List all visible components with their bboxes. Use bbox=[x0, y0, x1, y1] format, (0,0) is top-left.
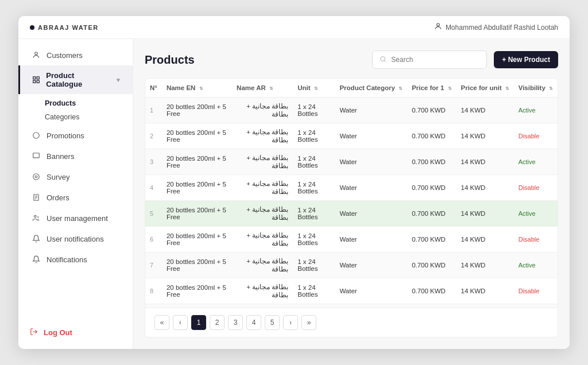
cell-no: 2 bbox=[145, 123, 162, 149]
sidebar-sub-products[interactable]: Products bbox=[45, 96, 133, 110]
sidebar-item-banners[interactable]: Banners bbox=[18, 146, 133, 166]
svg-rect-7 bbox=[33, 153, 40, 158]
cell-visibility: Active bbox=[514, 201, 558, 227]
table-row[interactable]: 1 20 bottles 200ml + 5 Free بطاقة مجانية… bbox=[145, 98, 558, 123]
pagination-page-4[interactable]: 4 bbox=[246, 315, 261, 330]
svg-rect-3 bbox=[37, 77, 39, 79]
promotions-icon bbox=[32, 131, 41, 140]
sidebar-item-promotions[interactable]: Promotions bbox=[18, 125, 133, 146]
sidebar-label-notifications: Notifications bbox=[47, 255, 87, 264]
table-row[interactable]: 5 20 bottles 200ml + 5 Free بطاقة مجانية… bbox=[145, 201, 558, 227]
col-name-en[interactable]: Name EN ⇅ bbox=[162, 79, 232, 98]
svg-rect-4 bbox=[33, 80, 35, 83]
cell-visibility: Active bbox=[514, 253, 558, 278]
col-unit[interactable]: Unit ⇅ bbox=[293, 79, 335, 98]
sidebar-label-promotions: Promotions bbox=[47, 131, 84, 140]
logout-label: Log Out bbox=[44, 328, 72, 337]
pagination-page-1[interactable]: 1 bbox=[191, 315, 206, 330]
svg-point-16 bbox=[381, 57, 385, 61]
user-icon bbox=[434, 22, 442, 32]
table-row[interactable]: 2 20 bottles 200ml + 5 Free بطاقة مجانية… bbox=[145, 123, 558, 149]
cell-no: 6 bbox=[145, 227, 162, 253]
cell-name-en: 20 bottles 200ml + 5 Free bbox=[162, 123, 232, 149]
cell-price1: 0.700 KWD bbox=[407, 149, 456, 175]
svg-point-1 bbox=[35, 52, 38, 55]
cell-no: 8 bbox=[145, 278, 162, 304]
col-price-for-unit[interactable]: Price for unit ⇅ bbox=[457, 79, 514, 98]
cell-price1: 0.700 KWD bbox=[407, 253, 456, 278]
cell-no: 4 bbox=[145, 175, 162, 201]
sidebar-label-survey: Survey bbox=[47, 173, 69, 181]
notifications-icon bbox=[32, 255, 41, 264]
sidebar-label-orders: Orders bbox=[47, 193, 69, 202]
products-table: N° Name EN ⇅ Name AR ⇅ Unit ⇅ Product Ca… bbox=[145, 79, 558, 308]
cell-name-en: 20 bottles 200ml + 5 Free bbox=[162, 253, 232, 278]
pagination-page-2[interactable]: 2 bbox=[210, 315, 225, 330]
sidebar-item-product-catalogue[interactable]: Product Catalogue ▼ bbox=[18, 65, 133, 94]
cell-name-en: 20 bottles 200ml + 5 Free bbox=[162, 227, 232, 253]
cell-category: Water bbox=[335, 253, 407, 278]
sidebar-item-customers[interactable]: Customers bbox=[18, 45, 133, 65]
cell-unit: 1 x 24 Bottles bbox=[293, 175, 335, 201]
logo-icon bbox=[30, 25, 34, 30]
pagination-page-3[interactable]: 3 bbox=[228, 315, 243, 330]
survey-icon bbox=[32, 172, 41, 181]
cell-category: Water bbox=[335, 98, 407, 123]
pagination-next[interactable]: › bbox=[283, 315, 298, 330]
col-name-ar[interactable]: Name AR ⇅ bbox=[232, 79, 293, 98]
pagination: « ‹ 1 2 3 4 5 › » bbox=[145, 308, 558, 337]
sidebar-label-user-notifications: User notifications bbox=[47, 235, 104, 243]
cell-category: Water bbox=[335, 201, 407, 227]
logo: ABRAAJ WATER bbox=[30, 24, 99, 31]
cell-name-en: 20 bottles 200ml + 5 Free bbox=[162, 98, 232, 123]
svg-line-17 bbox=[385, 60, 386, 61]
new-product-button[interactable]: + New Product bbox=[494, 51, 558, 68]
search-input[interactable] bbox=[391, 56, 479, 64]
table-scroll[interactable]: N° Name EN ⇅ Name AR ⇅ Unit ⇅ Product Ca… bbox=[145, 79, 558, 308]
cell-category: Water bbox=[335, 227, 407, 253]
col-product-category[interactable]: Product Category ⇅ bbox=[335, 79, 407, 98]
col-visibility[interactable]: Visibility ⇅ bbox=[514, 79, 558, 98]
sidebar-item-notifications[interactable]: Notifications bbox=[18, 249, 133, 270]
main-content: Products + New Product bbox=[133, 39, 570, 349]
table-row[interactable]: 3 20 bottles 200ml + 5 Free بطاقة مجانية… bbox=[145, 149, 558, 175]
sidebar-sub-categories[interactable]: Categories bbox=[45, 110, 133, 124]
sidebar-label-user-management: User management bbox=[47, 214, 108, 223]
pagination-prev[interactable]: ‹ bbox=[173, 315, 188, 330]
cell-visibility: Disable bbox=[514, 278, 558, 304]
search-box[interactable] bbox=[372, 51, 487, 69]
logout-button[interactable]: Log Out bbox=[18, 322, 133, 343]
cell-name-ar: بطاقة مجانية + بطاقة bbox=[232, 123, 293, 149]
cell-name-ar: بطاقة مجانية + بطاقة bbox=[232, 253, 293, 278]
chevron-down-icon: ▼ bbox=[115, 77, 121, 83]
col-price-for-1[interactable]: Price for 1 ⇅ bbox=[407, 79, 456, 98]
cell-category: Water bbox=[335, 123, 407, 149]
cell-name-ar: بطاقة مجانية + بطاقة bbox=[232, 278, 293, 304]
page-title: Products bbox=[145, 53, 195, 67]
sidebar-item-orders[interactable]: Orders bbox=[18, 187, 133, 208]
cell-name-ar: بطاقة مجانية + بطاقة bbox=[232, 98, 293, 123]
cell-no: 7 bbox=[145, 253, 162, 278]
cell-unit: 1 x 24 Bottles bbox=[293, 98, 335, 123]
table-row[interactable]: 8 20 bottles 200ml + 5 Free بطاقة مجانية… bbox=[145, 278, 558, 304]
table-row[interactable]: 7 20 bottles 200ml + 5 Free بطاقة مجانية… bbox=[145, 253, 558, 278]
sidebar-item-user-notifications[interactable]: User notifications bbox=[18, 228, 133, 249]
svg-rect-5 bbox=[37, 80, 39, 83]
sidebar: Customers Product Catalogue ▼ Products C… bbox=[18, 39, 133, 349]
table-row[interactable]: 6 20 bottles 200ml + 5 Free بطاقة مجانية… bbox=[145, 227, 558, 253]
pagination-first[interactable]: « bbox=[154, 315, 169, 330]
cell-category: Water bbox=[335, 175, 407, 201]
pagination-last[interactable]: » bbox=[301, 315, 316, 330]
cell-unit: 1 x 24 Bottles bbox=[293, 149, 335, 175]
sidebar-item-user-management[interactable]: User management bbox=[18, 208, 133, 228]
svg-point-0 bbox=[437, 24, 440, 26]
cell-name-ar: بطاقة مجانية + بطاقة bbox=[232, 149, 293, 175]
pagination-page-5[interactable]: 5 bbox=[265, 315, 280, 330]
cell-price1: 0.700 KWD bbox=[407, 201, 456, 227]
table-row[interactable]: 4 20 bottles 200ml + 5 Free بطاقة مجانية… bbox=[145, 175, 558, 201]
search-icon bbox=[380, 55, 386, 65]
cell-name-ar: بطاقة مجانية + بطاقة bbox=[232, 175, 293, 201]
banners-icon bbox=[32, 152, 41, 161]
sidebar-item-survey[interactable]: Survey bbox=[18, 166, 133, 187]
products-table-container: N° Name EN ⇅ Name AR ⇅ Unit ⇅ Product Ca… bbox=[145, 78, 558, 337]
